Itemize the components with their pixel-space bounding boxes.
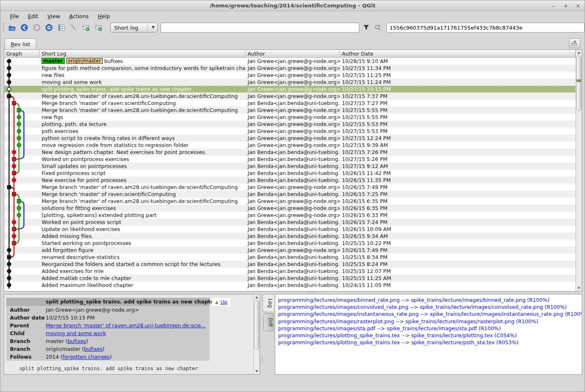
scrollbar-thumb[interactable]: [254, 300, 259, 350]
scrollbar-thumb[interactable]: [576, 56, 581, 111]
table-row[interactable]: Merge branch 'master' of raven.am28.uni-…: [4, 198, 576, 205]
table-row[interactable]: Update on likelihood exercisesJan Benda<…: [4, 226, 576, 233]
table-row[interactable]: move regression code from statistics to …: [4, 142, 576, 149]
table-row[interactable]: figure for psth method comparsion, some …: [4, 65, 576, 72]
up-link[interactable]: Up: [220, 299, 227, 305]
highlight-search-button[interactable]: [373, 23, 382, 33]
apply-patch-button[interactable]: [93, 22, 104, 33]
detail-scrollbar[interactable]: ▲ ▼: [253, 294, 260, 374]
commit-link[interactable]: Merge branch 'master' of raven.am28.uni-…: [46, 322, 206, 329]
table-row[interactable]: Fixed pointprocess scriptJan Benda<jan.b…: [4, 170, 576, 177]
tab-rev-list[interactable]: Rev list: [5, 38, 36, 49]
table-row[interactable]: masterorigin/masterbufixesJan Grewe<jan.…: [4, 58, 576, 65]
table-row[interactable]: New exercise for point processesJan Bend…: [4, 177, 576, 184]
file-rename-entry[interactable]: programming/lectures/images/instantaneou…: [275, 310, 582, 317]
scroll-down-arrow[interactable]: ▼: [254, 369, 260, 374]
table-row[interactable]: psth exercisesJan Grewe<jan.grewe@g-node…: [4, 128, 576, 135]
reload-button[interactable]: G: [44, 22, 54, 33]
title-bar[interactable]: /home/grewe/teaching/2014/scientificComp…: [0, 0, 585, 11]
detail-field-label: Branch: [6, 345, 46, 353]
up-button[interactable]: ▲ Up: [212, 298, 231, 306]
table-row[interactable]: renamed descriptive-statisticsJan Benda<…: [4, 254, 576, 261]
short-log-cell: Merge branch 'master' of raven.am28.uni-…: [40, 107, 246, 114]
table-row[interactable]: Merge branch 'master' of raven.am28.uni-…: [4, 107, 576, 114]
table-row[interactable]: plotting, psth, sta lectureJan Grewe<jan…: [4, 121, 576, 128]
back-button[interactable]: [19, 22, 30, 33]
graph-cell: [4, 135, 40, 142]
table-row[interactable]: Started working on pointprocessesJan Ben…: [4, 240, 576, 247]
scroll-down-arrow[interactable]: ▼: [576, 286, 582, 291]
highlight-button[interactable]: [68, 22, 79, 33]
menu-file[interactable]: File: [5, 12, 23, 20]
scroll-up-arrow[interactable]: ▲: [576, 50, 582, 55]
table-row[interactable]: Reorganized the folders and started a co…: [4, 261, 576, 268]
side-tab-diff[interactable]: Diff: [263, 313, 274, 331]
detail-field-label: Parent: [6, 322, 46, 329]
column-header-graph[interactable]: Graph: [4, 50, 40, 57]
detail-field: Follows2014 (forgotten changes): [6, 353, 210, 361]
toggle-view-button[interactable]: [56, 22, 67, 33]
file-rename-entry[interactable]: programming/lectures/images/sta.pdf --> …: [275, 325, 582, 332]
short-log-cell: Worked on point process script: [40, 219, 246, 226]
table-row[interactable]: Small updates on pointprocessesJan Benda…: [4, 163, 576, 170]
table-row[interactable]: Merge branch 'master' of raven:scientifi…: [4, 191, 576, 198]
table-row[interactable]: Merge branch 'master' of raven.am28.uni-…: [4, 93, 576, 100]
file-rename-entry[interactable]: programming/lectures/plotting_spike_trai…: [275, 339, 582, 346]
table-row[interactable]: add forgotten figureJan Grewe<jan.grewe@…: [4, 247, 576, 254]
open-button[interactable]: [7, 22, 17, 33]
table-row[interactable]: new figsJan Grewe<jan.grewe@g-node.org>1…: [4, 114, 576, 121]
author-date-cell: 10/27/15 7:27 PM: [340, 100, 576, 107]
column-header-short-log[interactable]: Short Log: [40, 50, 246, 57]
column-header-author-date[interactable]: Author Date: [340, 50, 576, 57]
minimize-button[interactable]: –: [550, 0, 557, 11]
table-row[interactable]: Worked on point process scriptJan Benda<…: [4, 219, 576, 226]
maximize-button[interactable]: +: [562, 0, 569, 11]
vertical-splitter[interactable]: [262, 355, 262, 362]
file-rename-entry[interactable]: programming/lectures/images/convolved_ra…: [275, 303, 582, 310]
graph-cell: [4, 149, 40, 156]
table-row[interactable]: moving and some workJan Grewe<jan.grewe@…: [4, 79, 576, 86]
menu-actions[interactable]: Actions: [65, 12, 94, 20]
table-row[interactable]: New design pattern chapter. Next exercis…: [4, 149, 576, 156]
detach-tab-button[interactable]: [569, 38, 580, 48]
menu-help[interactable]: Help: [93, 12, 115, 20]
commit-node-square: [12, 192, 16, 196]
commit-link[interactable]: bufixes: [68, 338, 86, 344]
table-row[interactable]: Added missing files.Jan Benda<jan.benda@…: [4, 233, 576, 240]
filter-input[interactable]: [161, 23, 359, 33]
rev-list-scrollbar[interactable]: ▲ ▼: [576, 50, 582, 291]
table-row[interactable]: Added matlab code to mle chapterJan Bend…: [4, 275, 576, 282]
file-rename-entry[interactable]: programming/lectures/plotting_spike_trai…: [275, 332, 582, 339]
filter-button[interactable]: [362, 23, 371, 33]
menu-edit[interactable]: Edit: [23, 12, 43, 20]
table-row[interactable]: split plotting_spike trains. add spike t…: [4, 86, 576, 93]
table-row[interactable]: python script to create firing rates in …: [4, 135, 576, 142]
table-row[interactable]: Merge branch 'master' of raven:scientifi…: [4, 100, 576, 107]
file-rename-entry[interactable]: programming/lectures/images/rasterplot.p…: [275, 318, 582, 325]
table-row[interactable]: Added exercises for mleJan Benda<jan.ben…: [4, 268, 576, 275]
table-row[interactable]: new filesJan Grewe<jan.grewe@g-node.org>…: [4, 72, 576, 79]
file-rename-entry[interactable]: programming/lectures/images/binned_rate.…: [275, 296, 582, 303]
view-mode-select[interactable]: Short log ▼: [110, 23, 157, 33]
table-row[interactable]: Added maximum likelihood chapterJan Bend…: [4, 282, 576, 289]
forward-button[interactable]: [31, 22, 42, 33]
scroll-up-arrow[interactable]: ▲: [254, 295, 260, 300]
side-tab-log[interactable]: Log: [262, 294, 274, 312]
sha-input[interactable]: [386, 23, 585, 33]
commit-link[interactable]: bufixes: [84, 346, 103, 352]
toolbar-handle[interactable]: [3, 23, 4, 32]
close-button[interactable]: ×: [575, 0, 581, 11]
short-log-cell: psth exercises: [40, 128, 246, 135]
commit-node-square: [7, 185, 11, 189]
table-row[interactable]: Merge branch 'master' of raven.am28.uni-…: [4, 184, 576, 191]
menu-view[interactable]: View: [43, 12, 65, 20]
save-patch-button[interactable]: [81, 22, 91, 33]
column-header-author[interactable]: Author: [246, 50, 340, 57]
table-row[interactable]: solutions for fitting exercisesJan Grewe…: [4, 205, 576, 212]
search-edit-icon: [374, 24, 381, 31]
commit-link[interactable]: moving and some work: [46, 330, 106, 336]
table-row[interactable]: [plotting, spiketrains] extended plottin…: [4, 212, 576, 219]
horizontal-splitter[interactable]: [307, 292, 316, 293]
commit-link[interactable]: forgotten changes: [63, 354, 110, 360]
table-row[interactable]: Worked on pointprocess exercisesJan Bend…: [4, 156, 576, 163]
